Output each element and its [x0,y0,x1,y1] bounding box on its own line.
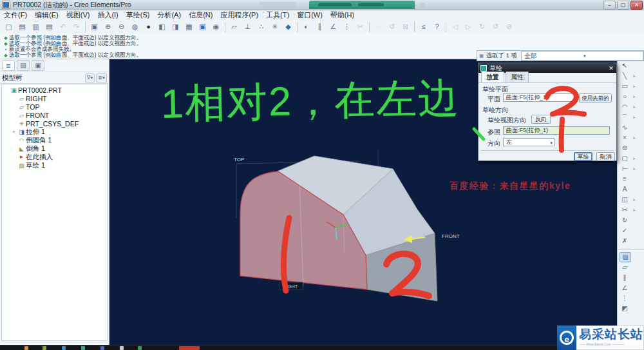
stop-icon[interactable]: ⊘ [503,21,515,33]
tree-item[interactable]: ▱ TOP [2,102,107,111]
open-file-icon[interactable]: ▤ [16,21,28,33]
datum-axis-toggle-icon[interactable]: ⊥ [242,21,254,33]
forward-icon[interactable]: ▷ [462,21,475,33]
new-file-icon[interactable]: ▢ [3,21,15,33]
context-help-icon[interactable]: ? [431,21,443,33]
toolbar-divider[interactable] [446,22,446,32]
orientation-dropdown[interactable]: 左 ▾ [503,138,554,146]
tree-options-tab-icon[interactable]: ▣ [32,60,44,71]
tree-expander[interactable]: + [12,129,17,135]
toolbar-divider[interactable] [297,22,298,32]
view-manager-icon[interactable]: ▣ [196,21,209,33]
dialog-close-icon[interactable]: ✕ [606,65,616,72]
trim-icon[interactable]: ✂ [354,21,366,33]
select-icon[interactable]: ▣ [88,21,100,33]
close-window-icon[interactable]: ⊠ [399,21,412,33]
menu-item[interactable]: 窗口(W) [293,10,327,20]
sketcher-display-icon[interactable]: ◐ [300,21,312,33]
display-style-icon[interactable]: ◧ [156,21,168,33]
orient-icon[interactable]: ↺ [386,21,398,33]
spline-tool-icon[interactable]: ∿ [620,123,630,132]
rotate-resize-tool-icon[interactable]: ↻ [620,216,630,225]
maximize-button[interactable]: ▢ [617,1,629,10]
right-toolbar-divider[interactable] [618,244,628,253]
plane-display-icon[interactable]: ▱ [620,263,630,272]
menu-item[interactable]: 视图(V) [62,10,94,20]
arc-tool-icon[interactable]: ◠ [620,102,630,112]
menu-item[interactable]: 应用程序(P) [216,10,262,20]
reference-field[interactable]: 曲面:F5(拉伸_1) [503,126,610,135]
menu-item[interactable]: 工具(T) [262,10,293,20]
menu-item[interactable]: 编辑(E) [31,10,62,20]
tree-item[interactable]: ▣ PRT0002.PRT [2,86,107,94]
flyout-arrow-icon[interactable]: ▸ [630,135,639,141]
taskbar-app-icon[interactable] [81,346,85,350]
tree-item[interactable]: ▱ RIGHT [2,94,107,102]
circle-tool-icon[interactable]: ○ [620,92,630,101]
flyout-arrow-icon[interactable]: ▸ [630,104,639,110]
tab-properties[interactable]: 属性 [506,72,529,83]
taskbar-app-icon[interactable] [120,346,124,350]
tree-item[interactable]: ✳ PRT_CSYS_DEF [2,119,107,128]
zoom-out-icon[interactable]: ⊖ [115,21,128,33]
toolbar-divider[interactable] [369,22,370,32]
tree-item[interactable]: ◠ 倒圆角 1 [2,136,107,144]
sketch-view-icon[interactable]: ▨ [620,252,631,262]
shade-section-icon[interactable]: ◩ [620,304,630,313]
tree-item[interactable]: + ◨ 拉伸 1 [2,128,107,136]
taskbar-app-icon[interactable] [24,346,28,350]
mirror-tool-icon[interactable]: ◫ [620,195,630,204]
flyout-arrow-icon[interactable]: ▸ [630,166,639,171]
select-tool-icon[interactable]: ↖ [620,61,630,70]
toolbar-divider[interactable] [414,22,415,32]
refresh-icon[interactable]: ↻ [476,21,488,33]
menu-item[interactable]: 草绘(S) [122,10,154,20]
flyout-arrow-icon[interactable]: ▸ [630,156,639,161]
trim-tool-icon[interactable]: ✂ [620,206,630,215]
shaded-view-icon[interactable]: ● [142,21,155,33]
tolerance-icon[interactable]: ≤ [417,21,430,33]
tree-item[interactable]: ▱ FRONT [2,111,107,119]
flyout-arrow-icon[interactable]: ▸ [630,115,639,120]
use-edge-tool-icon[interactable]: ▢ [620,154,630,163]
constraint-display-icon[interactable]: ∠ [620,284,630,293]
toolbar-divider[interactable] [85,22,86,32]
menu-item[interactable]: 帮助(H) [327,10,358,20]
taskbar-app-icon[interactable] [100,346,104,350]
tab-placement[interactable]: 放置 [481,72,504,83]
tree-item[interactable]: ► 在此插入 [2,153,107,161]
repaint-icon[interactable]: ◉ [210,21,222,33]
tree-columns-button[interactable]: ≣▾ [96,73,107,83]
flyout-arrow-icon[interactable]: ▸ [630,197,639,202]
sketch-confirm-button[interactable]: 草绘 [574,152,592,161]
rectangle-tool-icon[interactable]: ▭ [620,82,630,91]
dimension-display-icon[interactable]: ∠ [327,21,339,33]
menu-item[interactable]: 分析(A) [153,10,185,20]
taskbar-app-icon[interactable] [62,346,66,350]
flyout-arrow-icon[interactable]: ▸ [630,208,639,213]
datum-point-toggle-icon[interactable]: ∴ [255,21,267,33]
windows-taskbar[interactable] [0,345,644,350]
csys-toggle-icon[interactable]: ✳ [269,21,281,33]
layers-icon[interactable]: ▦ [183,21,195,33]
named-views-icon[interactable]: ◨ [169,21,182,33]
taskbar-app-icon[interactable] [43,346,46,350]
point-tool-icon[interactable]: × [620,133,630,142]
spin-center-icon[interactable]: ◆ [282,21,294,33]
zoom-in-icon[interactable]: ⊕ [102,21,114,33]
flyout-arrow-icon[interactable]: ▸ [630,73,639,79]
csys-tool-icon[interactable]: ⊕ [620,144,630,153]
grid-display-icon[interactable]: ⋮ [620,294,630,303]
undo-icon[interactable]: ↶ [57,21,69,33]
done-icon[interactable]: ✓ [620,226,630,235]
cancel-button[interactable]: 取消 [596,152,615,161]
vertex-display-icon[interactable]: ∥ [620,273,630,282]
taskbar-app-icon[interactable] [179,346,200,350]
menu-item[interactable]: 文件(F) [0,10,31,20]
tree-item[interactable]: ▨ 草绘 1 [2,161,107,170]
text-tool-icon[interactable]: A [620,185,630,194]
constraint-display-icon[interactable]: ⋮ [341,21,353,33]
parallel-display-icon[interactable]: ∥ [314,21,326,33]
close-button[interactable]: ✕ [630,1,643,10]
save-icon[interactable]: ▥ [30,21,42,33]
